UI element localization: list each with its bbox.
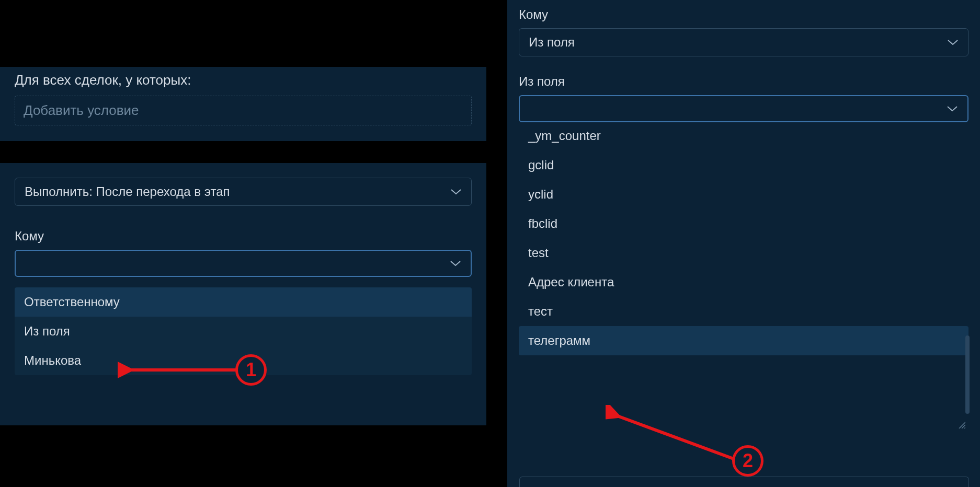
chevron-down-icon <box>450 260 461 267</box>
add-condition-input[interactable]: Добавить условие <box>15 96 472 125</box>
recipient-select-right-value: Из поля <box>529 35 575 49</box>
option-user-minkova[interactable]: Минькова <box>15 346 472 375</box>
field-option-telegram[interactable]: телеграмм <box>519 326 968 355</box>
execute-trigger-value: Выполнить: После перехода в этап <box>25 184 230 199</box>
field-option-test2[interactable]: тест <box>519 297 968 326</box>
left-config-panel: Для всех сделок, у которых: Добавить усл… <box>0 67 486 427</box>
next-field-outline <box>519 477 969 487</box>
field-option-yclid[interactable]: yclid <box>519 180 968 209</box>
recipient-select-right[interactable]: Из поля <box>519 28 968 56</box>
field-option-test[interactable]: test <box>519 238 968 268</box>
option-responsible[interactable]: Ответственному <box>15 287 472 317</box>
recipient-select-left[interactable] <box>15 250 472 277</box>
execute-trigger-select[interactable]: Выполнить: После перехода в этап <box>15 178 472 206</box>
field-option-gclid[interactable]: gclid <box>519 150 968 180</box>
option-from-field[interactable]: Из поля <box>15 317 472 346</box>
textarea-resize-handle[interactable] <box>957 420 966 430</box>
from-field-label: Из поля <box>519 74 968 89</box>
chevron-down-icon <box>450 188 462 195</box>
from-field-dropdown: _ym_counter gclid yclid fbclid test Адре… <box>519 126 968 355</box>
from-field-select[interactable] <box>519 95 968 122</box>
chevron-down-icon <box>947 105 958 112</box>
panel-separator <box>0 141 486 163</box>
chevron-down-icon <box>947 39 959 46</box>
conditions-header: Для всех сделок, у которых: <box>15 72 472 88</box>
field-option-fbclid[interactable]: fbclid <box>519 209 968 238</box>
masked-header-left <box>0 0 486 67</box>
recipient-dropdown: Ответственному Из поля Минькова <box>15 287 472 375</box>
to-label-left: Кому <box>15 229 472 243</box>
right-config-panel: Кому Из поля Из поля _ym_counter gclid y… <box>507 0 980 487</box>
field-option-client-address[interactable]: Адрес клиента <box>519 268 968 297</box>
to-label-right: Кому <box>519 7 968 22</box>
field-option-ym-counter[interactable]: _ym_counter <box>519 126 968 150</box>
masked-footer-left <box>0 425 486 487</box>
